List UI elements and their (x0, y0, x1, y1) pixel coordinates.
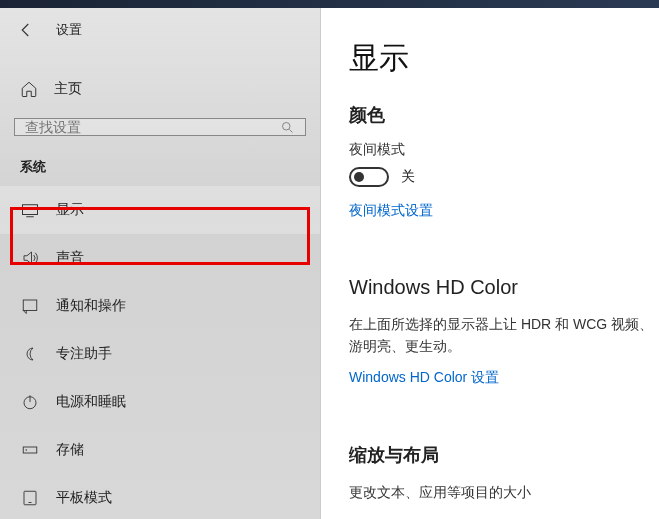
svg-point-8 (26, 449, 28, 451)
section-heading-scale: 缩放与布局 (349, 443, 659, 467)
content-pane: 显示 颜色 夜间模式 关 夜间模式设置 Windows HD Color 在上面… (320, 8, 659, 519)
hdcolor-section: Windows HD Color 在上面所选择的显示器上让 HDR 和 WCG … (349, 276, 659, 417)
home-button[interactable]: 主页 (0, 68, 320, 110)
night-mode-label: 夜间模式 (349, 141, 659, 159)
display-icon (20, 200, 40, 220)
tablet-icon (20, 488, 40, 508)
notification-icon (20, 296, 40, 316)
sidebar-item-focus[interactable]: 专注助手 (0, 330, 320, 378)
sidebar-item-label: 存储 (56, 441, 84, 459)
section-heading-hdcolor: Windows HD Color (349, 276, 659, 299)
sidebar-item-notifications[interactable]: 通知和操作 (0, 282, 320, 330)
hdcolor-desc: 在上面所选择的显示器上让 HDR 和 WCG 视频、游明亮、更生动。 (349, 313, 659, 358)
sidebar-item-label: 专注助手 (56, 345, 112, 363)
window-titlebar-strip (0, 0, 659, 8)
sidebar-item-label: 平板模式 (56, 489, 112, 507)
scale-section: 缩放与布局 更改文本、应用等项目的大小 (349, 443, 659, 503)
sidebar-item-label: 通知和操作 (56, 297, 126, 315)
home-icon (20, 80, 38, 98)
svg-rect-7 (23, 447, 37, 453)
page-title: 显示 (349, 38, 659, 79)
scale-desc: 更改文本、应用等项目的大小 (349, 481, 659, 503)
svg-point-0 (283, 122, 291, 130)
section-label: 系统 (0, 136, 320, 186)
home-label: 主页 (54, 80, 82, 98)
app-container: 设置 主页 系统 显示 声音 通知和操作 专注助手 (0, 8, 659, 519)
sidebar: 设置 主页 系统 显示 声音 通知和操作 专注助手 (0, 8, 320, 519)
sidebar-item-tablet[interactable]: 平板模式 (0, 474, 320, 519)
svg-rect-4 (23, 300, 37, 311)
night-mode-settings-link[interactable]: 夜间模式设置 (349, 202, 433, 220)
focus-icon (20, 344, 40, 364)
header: 设置 (0, 8, 320, 50)
sidebar-item-label: 电源和睡眠 (56, 393, 126, 411)
sidebar-item-label: 声音 (56, 249, 84, 267)
search-input[interactable] (25, 119, 272, 135)
sidebar-item-sound[interactable]: 声音 (0, 234, 320, 282)
header-title: 设置 (56, 21, 82, 39)
sound-icon (20, 248, 40, 268)
sidebar-item-storage[interactable]: 存储 (0, 426, 320, 474)
night-mode-toggle[interactable] (349, 167, 389, 187)
night-mode-state: 关 (401, 168, 415, 186)
storage-icon (20, 440, 40, 460)
hdcolor-settings-link[interactable]: Windows HD Color 设置 (349, 369, 499, 387)
sidebar-item-display[interactable]: 显示 (0, 186, 320, 234)
svg-line-1 (289, 129, 292, 132)
power-icon (20, 392, 40, 412)
section-heading-color: 颜色 (349, 103, 659, 127)
sidebar-item-label: 显示 (56, 201, 84, 219)
search-box[interactable] (14, 118, 306, 136)
sidebar-item-power[interactable]: 电源和睡眠 (0, 378, 320, 426)
svg-rect-2 (23, 205, 38, 215)
search-icon (280, 120, 295, 135)
color-section: 颜色 夜间模式 关 夜间模式设置 (349, 103, 659, 250)
arrow-left-icon (17, 21, 35, 39)
night-mode-toggle-row: 关 (349, 167, 659, 187)
back-button[interactable] (14, 18, 38, 42)
